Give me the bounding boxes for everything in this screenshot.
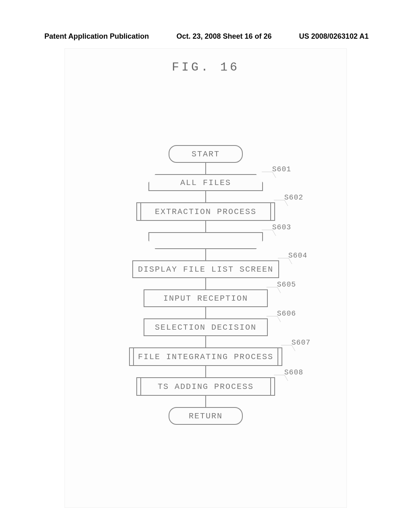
- header-left: Patent Application Publication: [44, 32, 149, 41]
- step-text: INPUT RECEPTION: [163, 294, 248, 303]
- process-shape: INPUT RECEPTION: [144, 289, 268, 307]
- step-id-label: S606: [277, 310, 296, 318]
- predefined-shape: FILE INTEGRATING PROCESS: [129, 347, 282, 366]
- end-terminator: RETURN: [169, 407, 243, 425]
- figure-area: FIG. 16 START S601 ALL FILES S602 EXTRAC…: [65, 48, 347, 508]
- step-id-label: S604: [288, 251, 307, 260]
- connector: [205, 249, 206, 260]
- connector: [205, 191, 206, 202]
- step-s603: S603: [148, 232, 263, 249]
- start-terminator: START: [169, 145, 243, 163]
- connector: [205, 307, 206, 318]
- start-label: START: [192, 150, 220, 159]
- step-text: EXTRACTION PROCESS: [155, 207, 257, 216]
- step-s601: S601 ALL FILES: [148, 174, 263, 191]
- step-s605: S605 INPUT RECEPTION: [144, 289, 268, 307]
- step-text: TS ADDING PROCESS: [158, 382, 254, 391]
- manual-shape: ALL FILES: [148, 174, 263, 191]
- manual-end-shape: [148, 232, 263, 249]
- connector: [205, 278, 206, 289]
- step-s608: S608 TS ADDING PROCESS: [136, 377, 275, 396]
- step-s602: S602 EXTRACTION PROCESS: [136, 202, 275, 221]
- step-s606: S606 SELECTION DECISION: [144, 318, 268, 336]
- header-right: US 2008/0263102 A1: [299, 32, 369, 41]
- step-s607: S607 FILE INTEGRATING PROCESS: [129, 347, 282, 366]
- step-text: ALL FILES: [180, 178, 231, 187]
- flowchart: START S601 ALL FILES S602 EXTRACTION PRO…: [65, 145, 347, 425]
- step-id-label: S603: [272, 223, 291, 231]
- step-text: DISPLAY FILE LIST SCREEN: [138, 265, 273, 274]
- step-text: SELECTION DECISION: [155, 323, 257, 332]
- connector: [205, 163, 206, 174]
- predefined-shape: EXTRACTION PROCESS: [136, 202, 275, 221]
- step-id-label: S607: [292, 339, 311, 347]
- process-shape: SELECTION DECISION: [144, 318, 268, 336]
- connector: [205, 396, 206, 407]
- step-s604: S604 DISPLAY FILE LIST SCREEN: [132, 260, 279, 278]
- step-id-label: S608: [284, 368, 303, 376]
- connector: [205, 366, 206, 377]
- end-label: RETURN: [189, 411, 223, 421]
- connector: [205, 336, 206, 347]
- step-id-label: S602: [284, 193, 303, 202]
- figure-title: FIG. 16: [65, 60, 347, 74]
- step-text: FILE INTEGRATING PROCESS: [138, 352, 273, 362]
- header-middle: Oct. 23, 2008 Sheet 16 of 26: [176, 32, 271, 41]
- predefined-shape: TS ADDING PROCESS: [136, 377, 275, 396]
- connector: [205, 221, 206, 232]
- process-shape: DISPLAY FILE LIST SCREEN: [132, 260, 279, 278]
- step-id-label: S605: [277, 281, 296, 289]
- page-header: Patent Application Publication Oct. 23, …: [44, 32, 369, 41]
- step-id-label: S601: [272, 165, 291, 173]
